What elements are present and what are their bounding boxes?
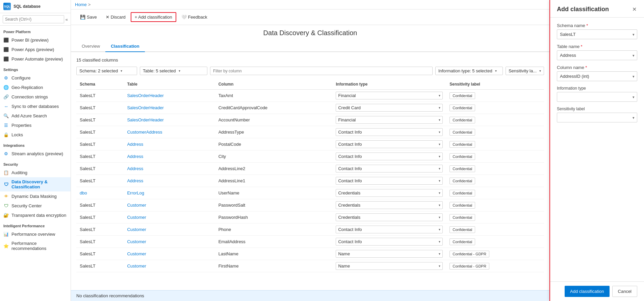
sidebar-item-security-center[interactable]: 🛡Security Center <box>0 201 71 210</box>
cell-sensitivity-4: Confidential <box>446 138 544 150</box>
info-type-dropdown-6[interactable]: Contact Info ▾ <box>336 165 443 172</box>
info-type-dropdown-1[interactable]: Credit Card ▾ <box>336 104 443 112</box>
table-link-10[interactable]: Customer <box>127 215 146 220</box>
schema-field-label: Schema name * <box>557 23 637 28</box>
info-type-dropdown-10[interactable]: Credentials ▾ <box>336 213 443 221</box>
sidebar-item-power-apps[interactable]: ⬛Power Apps (preview) <box>0 45 71 54</box>
table-link-7[interactable]: Address <box>127 178 143 183</box>
info-type-value-13: Name <box>338 251 350 256</box>
column-select[interactable]: AddressID (int) AddressLine1 AddressLine… <box>557 71 637 81</box>
sensitivity-filter[interactable]: Sensitivity la... ▾ <box>506 67 544 75</box>
table-link-3[interactable]: CustomerAddress <box>127 130 162 135</box>
sidebar-item-stream-analytics[interactable]: ⚙Stream analytics (preview) <box>0 149 71 158</box>
cell-column-6: AddressLine2 <box>215 163 333 175</box>
sidebar-item-label-performance-overview: Performance overview <box>11 232 55 237</box>
sidebar-item-sync-databases[interactable]: ↔Sync to other databases <box>0 101 71 111</box>
discard-icon: ✕ <box>106 15 109 20</box>
info-type-select-wrapper: Financial Credit Card Contact Info Crede… <box>557 92 637 102</box>
cell-column-0: TaxAmt <box>215 90 333 102</box>
table-link-11[interactable]: Customer <box>127 227 146 232</box>
discard-button[interactable]: ✕ Discard <box>102 13 129 22</box>
cell-column-8: UserName <box>215 187 333 199</box>
info-type-dropdown-14[interactable]: Name ▾ <box>336 262 443 270</box>
info-type-dropdown-4[interactable]: Contact Info ▾ <box>336 140 443 148</box>
panel-close-button[interactable]: ✕ <box>632 5 637 13</box>
sensitivity-select[interactable]: Confidential Confidential - GDPR Public <box>557 113 637 122</box>
search-input[interactable] <box>3 15 64 23</box>
cell-info-type-9: Credentials ▾ <box>332 199 446 211</box>
performance-overview-icon: 📊 <box>3 231 9 237</box>
info-type-dropdown-9[interactable]: Credentials ▾ <box>336 201 443 209</box>
sidebar-item-locks[interactable]: 🔒Locks <box>0 130 71 139</box>
sidebar-section-power-platform: Power Platform <box>0 26 71 35</box>
sensitivity-badge-5: Confidential <box>449 153 475 160</box>
stream-analytics-icon: ⚙ <box>3 151 9 156</box>
sidebar-item-geo-replication[interactable]: 🌐Geo-Replication <box>0 83 71 92</box>
sidebar-item-configure[interactable]: ⚙Configure <box>0 73 71 83</box>
table-link-14[interactable]: Customer <box>127 263 146 269</box>
sidebar-item-dynamic-data-masking[interactable]: 👁Dynamic Data Masking <box>0 191 71 201</box>
table-link-13[interactable]: Customer <box>127 251 146 256</box>
tab-classification[interactable]: Classification <box>105 41 145 52</box>
column-filter[interactable] <box>210 67 433 75</box>
sidebar-item-data-discovery[interactable]: 🛡Data Discovery & Classification <box>0 177 71 191</box>
info-type-dropdown-8[interactable]: Credentials ▾ <box>336 189 443 197</box>
table-link-8[interactable]: ErrorLog <box>127 190 144 195</box>
collapse-icon[interactable]: « <box>66 17 68 22</box>
no-recommendations-text: No classification recommendations <box>76 293 144 298</box>
info-type-arrow-3: ▾ <box>439 130 440 134</box>
sidebar-item-add-azure-search[interactable]: 🔍Add Azure Search <box>0 111 71 120</box>
table-link-9[interactable]: Customer <box>127 203 146 208</box>
cell-info-type-7: Contact Info ▾ <box>332 175 446 187</box>
col-schema: Schema <box>76 79 124 90</box>
info-type-dropdown-11[interactable]: Contact Info ▾ <box>336 226 443 233</box>
sensitivity-select-wrapper: Confidential Confidential - GDPR Public <box>557 113 637 122</box>
geo-replication-icon: 🌐 <box>3 85 9 90</box>
sidebar-search-row: « <box>0 13 71 26</box>
info-type-filter[interactable]: Information type: 5 selected ▾ <box>435 67 503 75</box>
table-link-4[interactable]: Address <box>127 142 143 147</box>
sidebar-item-connection-strings[interactable]: 🔗Connection strings <box>0 92 71 101</box>
table-link-2[interactable]: SalesOrderHeader <box>127 117 163 122</box>
schema-filter[interactable]: Schema: 2 selected ▾ <box>76 67 137 75</box>
info-type-dropdown-7[interactable]: Contact Info ▾ <box>336 177 443 185</box>
panel-cancel-button[interactable]: Cancel <box>612 286 637 297</box>
panel-add-classification-button[interactable]: Add classification <box>565 286 609 297</box>
info-type-dropdown-12[interactable]: Contact Info ▾ <box>336 238 443 246</box>
schema-link-8[interactable]: dbo <box>80 190 87 195</box>
feedback-button[interactable]: 🤍 Feedback <box>178 13 211 22</box>
sidebar-item-power-automate[interactable]: ⬛Power Automate (preview) <box>0 54 71 64</box>
sidebar-item-properties[interactable]: ☰Properties <box>0 120 71 130</box>
table-link-1[interactable]: SalesOrderHeader <box>127 105 163 110</box>
add-classification-button[interactable]: + Add classification <box>131 12 176 22</box>
sidebar-item-performance-recommendations[interactable]: ⭐Performance recommendations <box>0 239 71 253</box>
sensitivity-badge-14: Confidential - GDPR <box>449 263 489 270</box>
table-link-5[interactable]: Address <box>127 154 143 159</box>
sidebar-item-auditing[interactable]: 📋Auditing <box>0 168 71 177</box>
sidebar-item-performance-overview[interactable]: 📊Performance overview <box>0 229 71 239</box>
info-type-dropdown-5[interactable]: Contact Info ▾ <box>336 153 443 160</box>
info-type-dropdown-13[interactable]: Name ▾ <box>336 250 443 258</box>
table-link-0[interactable]: SalesOrderHeader <box>127 93 163 98</box>
breadcrumb-home[interactable]: Home <box>75 2 87 7</box>
cell-info-type-14: Name ▾ <box>332 260 446 272</box>
info-type-value-7: Contact Info <box>338 178 362 183</box>
sidebar-item-label-locks: Locks <box>11 132 23 137</box>
table-filter[interactable]: Table: 5 selected ▾ <box>140 67 207 75</box>
info-type-dropdown-3[interactable]: Contact Info ▾ <box>336 128 443 136</box>
sidebar-item-label-security-center: Security Center <box>11 203 42 208</box>
info-type-select[interactable]: Financial Credit Card Contact Info Crede… <box>557 92 637 102</box>
sidebar-item-power-bi[interactable]: ⬛Power BI (preview) <box>0 35 71 45</box>
schema-select[interactable]: SalesLT dbo <box>557 29 637 39</box>
table-link-6[interactable]: Address <box>127 166 143 171</box>
sidebar: SQL SQL database « Power Platform⬛Power … <box>0 0 71 301</box>
save-button[interactable]: 💾 Save <box>76 13 101 22</box>
table-row: SalesLTCustomerFirstName Name ▾ Confiden… <box>76 260 544 272</box>
table-select[interactable]: Address Customer CustomerAddress ErrorLo… <box>557 50 637 60</box>
info-type-dropdown-0[interactable]: Financial ▾ <box>336 92 443 99</box>
info-type-dropdown-2[interactable]: Financial ▾ <box>336 116 443 124</box>
tab-overview[interactable]: Overview <box>76 41 105 52</box>
sidebar-item-transparent-data-encryption[interactable]: 🔐Transparent data encryption <box>0 210 71 220</box>
table-row: SalesLTCustomerPasswordHash Credentials … <box>76 211 544 224</box>
table-link-12[interactable]: Customer <box>127 239 146 244</box>
